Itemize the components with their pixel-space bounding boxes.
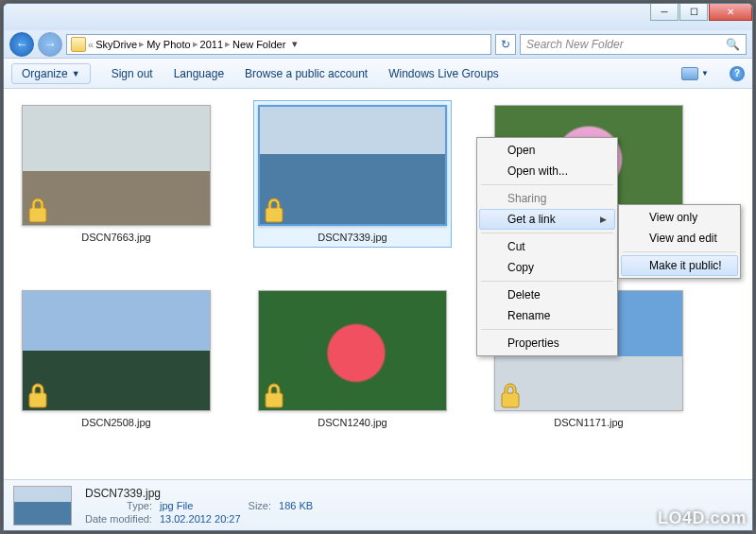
thumbnail <box>258 105 447 226</box>
chevron-down-icon: ▼ <box>701 69 709 78</box>
details-size-label: Size: <box>249 500 271 511</box>
lock-icon <box>262 383 286 409</box>
chevron-down-icon: ▼ <box>72 69 80 78</box>
lock-icon <box>26 198 50 224</box>
menu-separator <box>481 233 613 233</box>
file-item[interactable]: DSCN7663.jpg <box>17 100 215 248</box>
minimize-button[interactable]: ─ <box>650 4 679 21</box>
file-name: DSCN7339.jpg <box>318 232 387 243</box>
ctx-properties[interactable]: Properties <box>479 333 615 353</box>
lock-icon <box>498 383 523 409</box>
menu-separator <box>623 251 736 252</box>
arrow-right-icon: → <box>44 37 57 51</box>
menu-separator <box>481 281 613 282</box>
maximize-button[interactable]: ☐ <box>679 4 708 21</box>
details-pane: DSCN7339.jpg Type: jpg File Size: 186 KB… <box>4 479 752 530</box>
folder-icon <box>71 37 86 52</box>
details-type-label: Type: <box>85 500 152 511</box>
file-name: DSCN1171.jpg <box>554 417 623 428</box>
details-size-value: 186 KB <box>279 500 313 511</box>
arrow-left-icon: ← <box>16 37 28 51</box>
lock-icon <box>26 383 50 409</box>
forward-button[interactable]: → <box>38 32 62 57</box>
breadcrumb[interactable]: « SkyDrive ▸ My Photo ▸ 2011 ▸ New Folde… <box>66 34 491 55</box>
titlebar: ─ ☐ ✕ <box>4 4 752 30</box>
organize-button[interactable]: Organize ▼ <box>11 63 91 84</box>
chevron-right-icon: ▸ <box>193 38 198 50</box>
back-button[interactable]: ← <box>9 32 34 57</box>
live-groups-button[interactable]: Windows Live Groups <box>388 67 499 80</box>
signout-button[interactable]: Sign out <box>112 67 153 80</box>
help-icon: ? <box>734 68 740 78</box>
ctx-open[interactable]: Open <box>479 140 615 161</box>
lock-icon <box>262 198 286 224</box>
toolbar: Organize ▼ Sign out Language Browse a pu… <box>4 59 752 89</box>
ctx-delete[interactable]: Delete <box>479 284 615 305</box>
chevron-left-icon: « <box>88 39 94 50</box>
file-name: DSCN2508.jpg <box>81 417 150 428</box>
path-dropdown-icon[interactable]: ▾ <box>287 38 302 50</box>
sub-make-public[interactable]: Make it public! <box>621 255 738 276</box>
chevron-right-icon: ▸ <box>225 38 231 50</box>
thumbnail <box>22 105 211 226</box>
ctx-copy[interactable]: Copy <box>479 257 615 278</box>
file-list: DSCN7663.jpg DSCN7339.jpg DSCN DSCN2508.… <box>4 89 752 479</box>
crumb-myphoto[interactable]: My Photo <box>146 39 190 50</box>
file-item[interactable]: DSCN1240.jpg <box>253 285 452 433</box>
thumbnail <box>258 290 447 411</box>
crumb-skydrive[interactable]: SkyDrive <box>95 39 137 50</box>
crumb-2011[interactable]: 2011 <box>200 39 223 50</box>
details-type-value: jpg File <box>160 500 241 511</box>
thumbnail <box>22 290 211 411</box>
menu-separator <box>481 184 613 185</box>
language-button[interactable]: Language <box>174 67 224 80</box>
details-date-value: 13.02.2012 20:27 <box>160 513 241 525</box>
view-options-button[interactable]: ▼ <box>681 67 709 80</box>
search-input[interactable]: Search New Folder 🔍 <box>520 34 747 55</box>
browse-public-button[interactable]: Browse a public account <box>245 67 368 80</box>
refresh-icon: ↻ <box>501 38 510 51</box>
details-thumbnail <box>13 486 72 525</box>
details-filename: DSCN7339.jpg <box>85 487 313 500</box>
sub-view-edit[interactable]: View and edit <box>621 228 738 249</box>
chevron-right-icon: ▸ <box>139 38 145 50</box>
details-date-label: Date modified: <box>85 513 152 525</box>
close-button[interactable]: ✕ <box>709 4 752 21</box>
ctx-get-link[interactable]: Get a link ▶ <box>479 209 615 230</box>
file-item[interactable]: DSCN2508.jpg <box>17 285 215 433</box>
view-icon <box>681 67 698 80</box>
file-name: DSCN7663.jpg <box>81 232 150 243</box>
file-item-selected[interactable]: DSCN7339.jpg <box>253 100 452 248</box>
sub-view-only[interactable]: View only <box>621 207 738 228</box>
crumb-newfolder[interactable]: New Folder <box>232 39 285 50</box>
context-menu: Open Open with... Sharing Get a link ▶ C… <box>476 137 618 356</box>
ctx-open-with[interactable]: Open with... <box>479 161 615 181</box>
context-submenu: View only View and edit Make it public! <box>618 204 741 279</box>
file-name: DSCN1240.jpg <box>318 417 387 428</box>
menu-separator <box>481 329 613 330</box>
ctx-cut[interactable]: Cut <box>479 236 615 257</box>
search-icon: 🔍 <box>726 38 740 51</box>
help-button[interactable]: ? <box>730 66 745 81</box>
explorer-window: ─ ☐ ✕ ← → « SkyDrive ▸ My Photo ▸ 2011 ▸… <box>3 3 753 531</box>
chevron-right-icon: ▶ <box>600 215 607 224</box>
ctx-sharing-header: Sharing <box>479 188 615 209</box>
address-bar: ← → « SkyDrive ▸ My Photo ▸ 2011 ▸ New F… <box>4 30 752 59</box>
ctx-rename[interactable]: Rename <box>479 305 615 326</box>
refresh-button[interactable]: ↻ <box>495 34 516 55</box>
search-placeholder: Search New Folder <box>526 38 624 51</box>
